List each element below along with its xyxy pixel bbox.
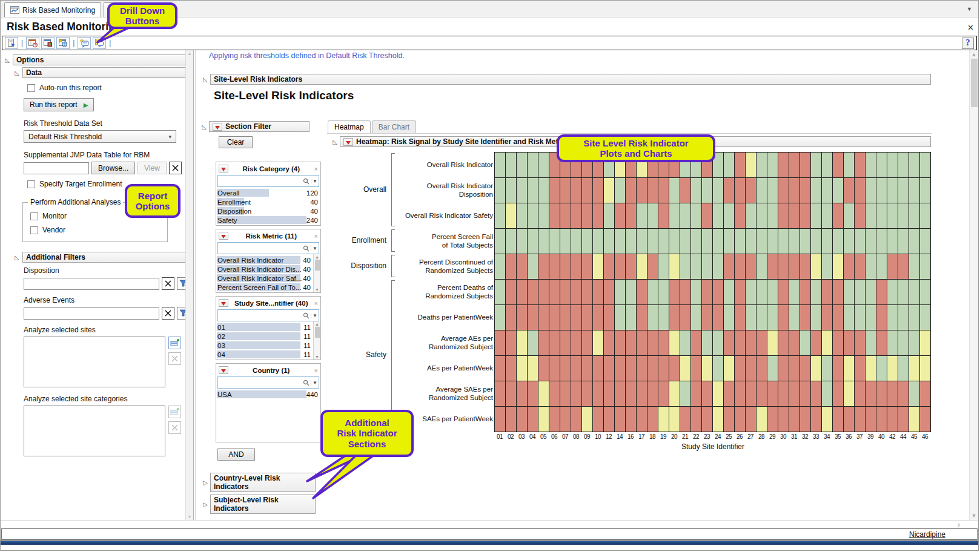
heatmap-cell[interactable]	[757, 381, 767, 407]
heatmap-cell[interactable]	[517, 203, 528, 229]
vendor-checkbox[interactable]: Vendor	[30, 226, 164, 234]
heatmap-cell[interactable]	[767, 254, 778, 280]
data-table-clock-icon[interactable]	[26, 37, 39, 49]
heatmap-cell[interactable]	[593, 203, 604, 229]
heatmap-cell[interactable]	[789, 330, 800, 356]
filter-item[interactable]: 0111	[216, 323, 313, 332]
heatmap-cell[interactable]	[724, 178, 735, 203]
heatmap-cell[interactable]	[866, 254, 876, 280]
heatmap-cell[interactable]	[626, 381, 637, 407]
heatmap-cell[interactable]	[855, 203, 866, 229]
heatmap-cell[interactable]	[778, 280, 789, 305]
heatmap-cell[interactable]	[876, 254, 887, 280]
heatmap-cell[interactable]	[615, 229, 626, 254]
heatmap-cell[interactable]	[495, 381, 506, 407]
table-globe-icon[interactable]	[56, 37, 70, 49]
heatmap-cell[interactable]	[604, 330, 615, 356]
heatmap-cell[interactable]	[517, 356, 528, 381]
heatmap-cell[interactable]	[637, 178, 647, 203]
heatmap-cell[interactable]	[549, 203, 560, 229]
heatmap-cell[interactable]	[811, 229, 822, 254]
heatmap-cell[interactable]	[691, 229, 702, 254]
heatmap-cell[interactable]	[822, 178, 833, 203]
heatmap-cell[interactable]	[560, 280, 571, 305]
heatmap-cell[interactable]	[800, 178, 811, 203]
heatmap-cell[interactable]	[887, 229, 898, 254]
heatmap-cell[interactable]	[920, 381, 931, 407]
heatmap-cell[interactable]	[724, 381, 735, 407]
heatmap-cell[interactable]	[757, 305, 767, 330]
heatmap-cell[interactable]	[789, 254, 800, 280]
heatmap-cell[interactable]	[658, 330, 669, 356]
heatmap-cell[interactable]	[898, 407, 909, 432]
heatmap-cell[interactable]	[789, 356, 800, 381]
heatmap-cell[interactable]	[735, 229, 746, 254]
heatmap-cell[interactable]	[746, 407, 757, 432]
heatmap-cell[interactable]	[669, 280, 680, 305]
heatmap-cell[interactable]	[909, 407, 920, 432]
heatmap-cell[interactable]	[920, 178, 931, 203]
heatmap-cell[interactable]	[528, 178, 538, 203]
heatmap-cell[interactable]	[778, 229, 789, 254]
filter-item[interactable]: Percent Screen Fail of To...40	[216, 283, 313, 292]
heatmap-cell[interactable]	[800, 254, 811, 280]
heatmap-cell[interactable]	[647, 407, 658, 432]
heatmap-cell[interactable]	[571, 381, 582, 407]
disposition-filter-input[interactable]	[24, 278, 159, 290]
heatmap-cell[interactable]	[800, 330, 811, 356]
heatmap-cell[interactable]	[680, 178, 691, 203]
heatmap-cell[interactable]	[604, 254, 615, 280]
heatmap-cell[interactable]	[571, 356, 582, 381]
heatmap-cell[interactable]	[876, 203, 887, 229]
heatmap-cell[interactable]	[517, 381, 528, 407]
filter-item[interactable]: USA440	[216, 390, 320, 399]
heatmap-cell[interactable]	[833, 203, 844, 229]
heatmap-cell[interactable]	[669, 229, 680, 254]
heatmap-cell[interactable]	[866, 305, 876, 330]
heatmap-cell[interactable]	[898, 330, 909, 356]
heatmap-cell[interactable]	[713, 254, 724, 280]
heatmap-cell[interactable]	[876, 330, 887, 356]
heatmap-cell[interactable]	[822, 305, 833, 330]
heatmap-cell[interactable]	[811, 381, 822, 407]
heatmap-cell[interactable]	[506, 254, 517, 280]
data-section-header[interactable]: ◺ Data	[12, 67, 190, 78]
heatmap-cell[interactable]	[844, 381, 855, 407]
heatmap-cell[interactable]	[560, 203, 571, 229]
heatmap-cell[interactable]	[647, 229, 658, 254]
scrollbar-thumb[interactable]	[315, 260, 320, 271]
tab-list-dropdown-icon[interactable]: ▼	[967, 6, 972, 12]
heatmap-cell[interactable]	[866, 381, 876, 407]
heatmap-cell[interactable]	[724, 229, 735, 254]
heatmap-cell[interactable]	[767, 305, 778, 330]
clear-supplemental-button[interactable]	[169, 162, 182, 174]
tab-heatmap[interactable]: Heatmap	[328, 120, 371, 133]
heatmap-cell[interactable]	[833, 178, 844, 203]
heatmap-cell[interactable]	[844, 356, 855, 381]
heatmap-cell[interactable]	[800, 356, 811, 381]
heatmap-cell[interactable]	[920, 356, 931, 381]
heatmap-cell[interactable]	[746, 305, 757, 330]
heatmap-cell[interactable]	[691, 305, 702, 330]
heatmap-cell[interactable]	[582, 280, 593, 305]
heatmap-cell[interactable]	[506, 356, 517, 381]
heatmap-cell[interactable]	[713, 356, 724, 381]
heatmap-cell[interactable]	[811, 280, 822, 305]
heatmap-cell[interactable]	[582, 330, 593, 356]
filter-item[interactable]: 0411	[216, 350, 313, 359]
heatmap-cell[interactable]	[713, 178, 724, 203]
heatmap-cell[interactable]	[560, 356, 571, 381]
heatmap-cell[interactable]	[538, 330, 549, 356]
heatmap-cell[interactable]	[920, 407, 931, 432]
heatmap-cell[interactable]	[713, 280, 724, 305]
heatmap-cell[interactable]	[909, 254, 920, 280]
heatmap-cell[interactable]	[866, 407, 876, 432]
heatmap-cell[interactable]	[757, 229, 767, 254]
heatmap-cell[interactable]	[615, 178, 626, 203]
risk-threshold-select[interactable]: Default Risk Threshold ▾	[24, 130, 176, 143]
heatmap-cell[interactable]	[691, 330, 702, 356]
heatmap-cell[interactable]	[909, 305, 920, 330]
heatmap-cell[interactable]	[746, 381, 757, 407]
heatmap-cell[interactable]	[495, 305, 506, 330]
heatmap-cell[interactable]	[789, 203, 800, 229]
